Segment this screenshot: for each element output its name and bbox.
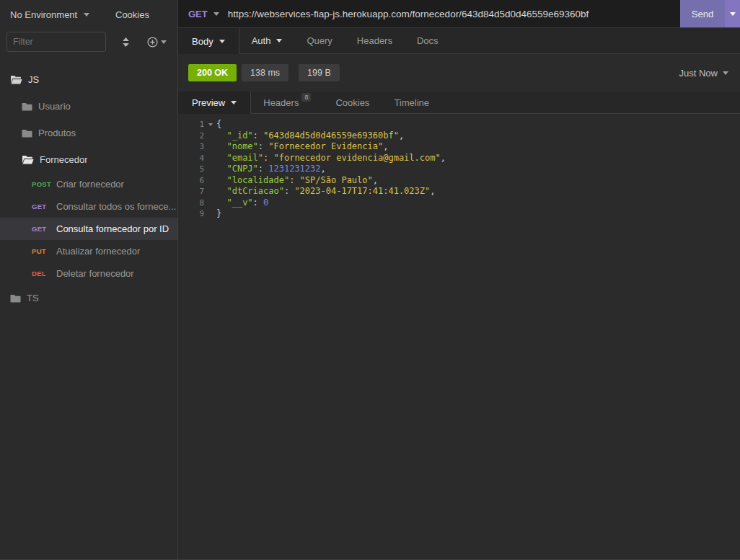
response-time-badge: 138 ms [242,64,288,81]
token-punc: : [289,175,299,185]
code-line: 7 "dtCriacao": "2023-04-17T17:41:41.023Z… [178,186,740,197]
tab-label: Headers [263,97,299,108]
sidebar-folder-usuario[interactable]: Usuario [0,93,177,120]
request-tab-body[interactable]: Body [178,28,239,54]
code-text: "_id": "643d84d5d0d46559e69360bf", [216,130,404,142]
add-menu-button[interactable] [147,37,167,48]
line-number: 5 [178,164,204,175]
line-number: 2 [178,130,204,142]
sort-icon [122,37,130,48]
response-tab-headers[interactable]: Headers8 [251,92,323,113]
send-options-button[interactable] [725,0,740,27]
method-badge: POST [32,180,56,188]
code-text: { [216,119,221,130]
sidebar-request-consulta-fornecedor-por-id[interactable]: GETConsulta fornecedor por ID [0,218,177,240]
token-key: "nome" [226,141,257,151]
folder-label: JS [28,74,39,85]
chevron-down-icon [276,39,282,43]
code-text: "nome": "Fornecedor Evidencia", [216,141,388,153]
response-size-badge: 199 B [299,64,340,81]
token-key: "dtCriacao" [226,186,283,196]
open-folder-icon [22,155,34,164]
line-number: 3 [178,141,204,153]
method-badge: GET [32,203,56,210]
chevron-down-icon [723,71,728,75]
token-key: "email" [226,153,263,163]
collections-tree: JSUsuarioProdutosFornecedorPOSTCriar for… [0,55,177,311]
code-line: 5 "CNPJ": 1231231232, [178,164,740,175]
sidebar-folder-ts[interactable]: TS [0,285,177,311]
sidebar-request-deletar-fornecedor[interactable]: DELDeletar fornecedor [0,262,177,285]
closed-folder-icon [22,129,32,138]
code-text: "dtCriacao": "2023-04-17T17:41:41.023Z", [216,186,435,197]
request-tab-query[interactable]: Query [294,28,344,53]
method-selector[interactable]: GET [188,9,219,19]
cookies-button[interactable]: Cookies [115,0,149,29]
request-tab-headers[interactable]: Headers [345,28,405,53]
tab-label: Timeline [394,97,429,108]
sort-button[interactable] [122,37,130,48]
fold-gutter [204,175,216,187]
response-history-dropdown[interactable]: Just Now [679,68,728,79]
fold-toggle[interactable] [204,119,216,130]
code-line: 1{ [178,119,740,130]
chevron-down-icon [208,123,213,126]
token-punc: , [383,141,388,151]
main-panel: GET https://webservices-fiap-js.herokuap… [178,0,740,559]
request-tab-auth[interactable]: Auth [239,28,295,53]
send-button[interactable]: Send [680,0,725,27]
tab-label: Auth [252,35,271,46]
sidebar-folder-fornecedor[interactable]: Fornecedor [0,146,177,173]
token-key: "localidade" [226,175,289,185]
token-punc: , [373,175,378,185]
response-tab-cookies[interactable]: Cookies [323,92,382,113]
fold-gutter [204,186,216,197]
token-num: 1231231232 [268,164,320,174]
status-badge: 200 OK [188,64,237,81]
environment-selector[interactable]: No Environment [10,0,89,29]
code-line: 2 "_id": "643d84d5d0d46559e69360bf", [178,130,740,142]
environment-row: No Environment Cookies [0,0,177,29]
tab-label: Body [192,36,213,47]
line-number: 6 [178,175,204,187]
line-number: 8 [178,197,204,209]
request-tabs: BodyAuthQueryHeadersDocs [178,28,740,54]
token-key: "__v" [226,197,252,208]
sidebar-request-consultar-todos-os-fornece[interactable]: GETConsultar todos os fornece... [0,195,177,218]
thunder-client-window: No Environment Cookies JSUsuarioPro [0,0,740,560]
fold-gutter [204,153,216,164]
url-input[interactable]: https://webservices-fiap-js.herokuapp.co… [228,9,680,19]
line-number: 4 [178,153,204,164]
token-punc: { [216,119,221,129]
chevron-down-icon [84,13,89,17]
code-text: "CNPJ": 1231231232, [216,164,326,175]
sidebar-request-criar-fornecedor[interactable]: POSTCriar fornecedor [0,173,177,195]
response-tab-timeline[interactable]: Timeline [382,92,441,113]
token-str: "2023-04-17T17:41:41.023Z" [294,186,430,196]
token-punc: , [430,186,435,196]
token-punc: : [258,164,268,174]
sidebar-request-atualizar-fornecedor[interactable]: PUTAtualizar fornecedor [0,240,177,262]
open-folder-icon [10,75,22,84]
filter-input[interactable] [6,32,106,52]
open-folder-icon [10,75,22,84]
fold-gutter [204,141,216,153]
filter-row [0,29,177,55]
code-text: "localidade": "SP/São Paulo", [216,175,378,187]
token-str: "fornecedor evidencia@gmail.com" [273,153,440,163]
request-label: Consulta fornecedor por ID [56,223,169,234]
folder-label: Usuario [38,101,71,112]
environment-label: No Environment [10,9,77,20]
sidebar-folder-produtos[interactable]: Produtos [0,120,177,146]
request-tab-docs[interactable]: Docs [405,28,451,53]
response-tabs: PreviewHeaders8CookiesTimeline [178,92,740,114]
code-line: 9} [178,208,740,220]
method-label: GET [188,9,208,19]
folder-label: Produtos [38,128,76,138]
sidebar-folder-js[interactable]: JS [0,66,177,93]
token-str: "Fornecedor Evidencia" [268,141,383,151]
code-line: 4 "email": "fornecedor evidencia@gmail.c… [178,153,740,164]
response-timestamp: Just Now [679,68,718,79]
closed-folder-icon [10,294,21,303]
response-tab-preview[interactable]: Preview [178,92,251,114]
